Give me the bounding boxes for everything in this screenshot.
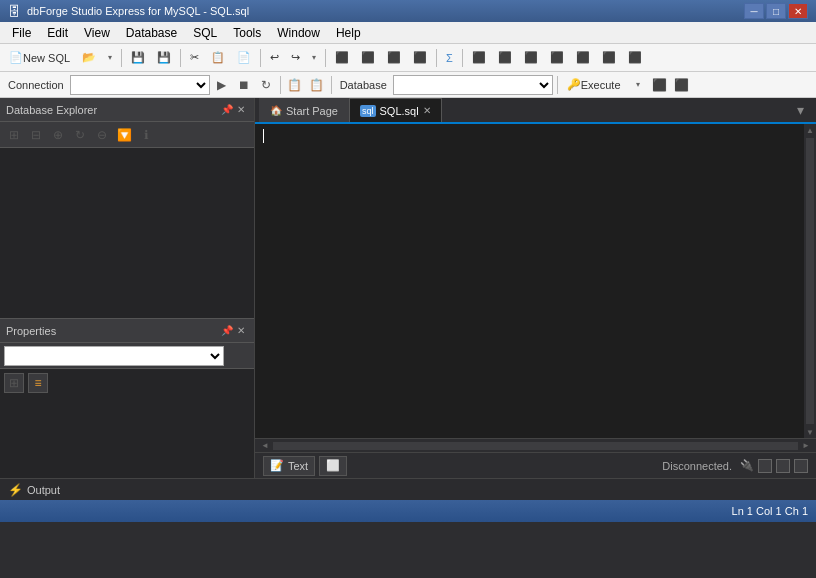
tab-sql-file[interactable]: sql SQL.sql ✕	[349, 98, 442, 122]
scroll-right-button[interactable]: ►	[800, 440, 812, 452]
save-all-button[interactable]: 💾	[152, 47, 176, 69]
database-select[interactable]	[393, 75, 553, 95]
properties-select[interactable]	[4, 346, 224, 366]
status-square-3[interactable]	[794, 459, 808, 473]
toolbar-btn-14[interactable]: ⬛	[571, 47, 595, 69]
status-square-1[interactable]	[758, 459, 772, 473]
toolbar-btn-8[interactable]: ⬛	[408, 47, 432, 69]
undo-button[interactable]: ↩	[265, 47, 284, 69]
paste-button[interactable]: 📄	[232, 47, 256, 69]
db-remove-btn[interactable]: ⊖	[92, 125, 112, 145]
toolbar-btn-12[interactable]: ⬛	[519, 47, 543, 69]
toolbar-btn-5[interactable]: ⬛	[330, 47, 354, 69]
connection-bar: Connection ▶ ⏹ ↻ 📋 📋 Database 🔑 Execute …	[0, 72, 816, 98]
save-icon: 💾	[131, 51, 145, 64]
db-collapse-icon: ⊟	[31, 128, 41, 142]
separator-4	[325, 49, 326, 67]
save-all-icon: 💾	[157, 51, 171, 64]
connect-icon-2: ⏹	[238, 78, 250, 92]
menu-tools[interactable]: Tools	[225, 24, 269, 42]
cut-button[interactable]: ✂	[185, 47, 204, 69]
grid-icon: ⊞	[9, 376, 19, 390]
db-explorer-pin[interactable]: 📌	[220, 103, 234, 117]
db-reload-btn[interactable]: ↻	[70, 125, 90, 145]
tab-start-page-label: Start Page	[286, 105, 338, 117]
menu-sql[interactable]: SQL	[185, 24, 225, 42]
undo-dropdown-button[interactable]: ▾	[307, 47, 321, 69]
execute-btn-3[interactable]: ⬛	[672, 75, 692, 95]
menu-database[interactable]: Database	[118, 24, 185, 42]
tab-close-button[interactable]: ✕	[423, 105, 431, 116]
properties-icon-1[interactable]: ⊞	[4, 373, 24, 393]
connect-btn-5[interactable]: 📋	[307, 75, 327, 95]
add-tab-button[interactable]: ▾	[792, 98, 812, 122]
title-bar: 🗄 dbForge Studio Express for MySQL - SQL…	[0, 0, 816, 22]
status-square-2[interactable]	[776, 459, 790, 473]
editor-wrapper[interactable]: ▲ ▼	[255, 124, 816, 438]
icon-10: ⬛	[472, 51, 486, 64]
scroll-track[interactable]	[806, 138, 814, 424]
separator-2	[180, 49, 181, 67]
execute-dropdown[interactable]: ▾	[628, 75, 648, 95]
db-explorer-close[interactable]: ✕	[234, 103, 248, 117]
properties-pin[interactable]: 📌	[220, 324, 234, 338]
menu-window[interactable]: Window	[269, 24, 328, 42]
scroll-up-button[interactable]: ▲	[804, 124, 816, 136]
minimize-button[interactable]: ─	[744, 3, 764, 19]
db-explorer-toolbar: ⊞ ⊟ ⊕ ↻ ⊖ 🔽 ℹ	[0, 122, 254, 148]
text-mode-button[interactable]: 📝 Text	[263, 456, 315, 476]
open-dropdown-button[interactable]: ▾	[103, 47, 117, 69]
toolbar-btn-15[interactable]: ⬛	[597, 47, 621, 69]
new-sql-button[interactable]: 📄 New SQL	[4, 47, 75, 69]
db-info-btn[interactable]: ℹ	[136, 125, 156, 145]
properties-close[interactable]: ✕	[234, 324, 248, 338]
menu-view[interactable]: View	[76, 24, 118, 42]
icon-6: ⬛	[361, 51, 375, 64]
db-refresh-btn[interactable]: ⊞	[4, 125, 24, 145]
connect-btn-3[interactable]: ↻	[256, 75, 276, 95]
app-status-bar: Ln 1 Col 1 Ch 1	[0, 500, 816, 522]
toolbar-btn-7[interactable]: ⬛	[382, 47, 406, 69]
toolbar-btn-11[interactable]: ⬛	[493, 47, 517, 69]
toolbar-btn-9[interactable]: Σ	[441, 47, 458, 69]
save-button[interactable]: 💾	[126, 47, 150, 69]
close-button[interactable]: ✕	[788, 3, 808, 19]
scroll-left-button[interactable]: ◄	[259, 440, 271, 452]
toolbar-btn-16[interactable]: ⬛	[623, 47, 647, 69]
properties-title: Properties	[6, 325, 220, 337]
connect-btn-1[interactable]: ▶	[212, 75, 232, 95]
menu-file[interactable]: File	[4, 24, 39, 42]
toolbar-btn-10[interactable]: ⬛	[467, 47, 491, 69]
connect-btn-2[interactable]: ⏹	[234, 75, 254, 95]
redo-button[interactable]: ↪	[286, 47, 305, 69]
editor-mode-button[interactable]: ⬜	[319, 456, 347, 476]
scroll-down-button[interactable]: ▼	[804, 426, 816, 438]
start-page-icon: 🏠	[270, 105, 282, 116]
db-collapse-btn[interactable]: ⊟	[26, 125, 46, 145]
execute-btn-2[interactable]: ⬛	[650, 75, 670, 95]
execute-button[interactable]: 🔑 Execute	[562, 74, 626, 96]
status-right: Ln 1 Col 1 Ch 1	[732, 505, 808, 517]
h-scroll-track[interactable]	[273, 442, 798, 450]
toolbar-btn-13[interactable]: ⬛	[545, 47, 569, 69]
copy-button[interactable]: 📋	[206, 47, 230, 69]
db-add-btn[interactable]: ⊕	[48, 125, 68, 145]
maximize-button[interactable]: □	[766, 3, 786, 19]
tab-start-page[interactable]: 🏠 Start Page	[259, 98, 349, 122]
properties-icon-2[interactable]: ≡	[28, 373, 48, 393]
icon-7: ⬛	[387, 51, 401, 64]
connection-select[interactable]	[70, 75, 210, 95]
toolbar-btn-6[interactable]: ⬛	[356, 47, 380, 69]
separator-conn-2	[331, 76, 332, 94]
db-remove-icon: ⊖	[97, 128, 107, 142]
menu-help[interactable]: Help	[328, 24, 369, 42]
connect-btn-4[interactable]: 📋	[285, 75, 305, 95]
vertical-scrollbar[interactable]: ▲ ▼	[804, 124, 816, 438]
db-filter-btn[interactable]: 🔽	[114, 125, 134, 145]
cursor	[263, 129, 264, 143]
properties-panel: Properties 📌 ✕ ⊞ ≡	[0, 318, 254, 478]
menu-edit[interactable]: Edit	[39, 24, 76, 42]
open-file-button[interactable]: 📂	[77, 47, 101, 69]
editor-content[interactable]	[255, 124, 816, 438]
list-icon: ≡	[34, 376, 41, 390]
